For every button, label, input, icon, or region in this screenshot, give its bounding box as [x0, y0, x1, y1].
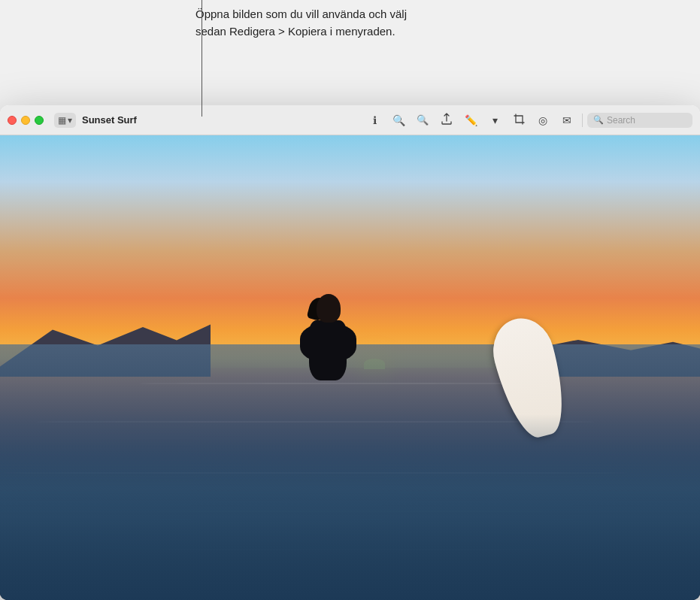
tooltip-callout: Öppna bilden som du vill använda och väl…	[195, 0, 436, 46]
zoom-out-icon: 🔍	[417, 114, 429, 126]
location-icon: ◎	[538, 114, 547, 126]
annotation-line	[202, 0, 202, 117]
maximize-button[interactable]	[35, 116, 44, 125]
sidebar-toggle-button[interactable]: ▦ ▾	[54, 113, 76, 128]
share-button[interactable]	[436, 111, 457, 130]
photo-display	[0, 135, 700, 600]
annotate-icon: ✏️	[465, 114, 477, 126]
titlebar: ▦ ▾ Sunset Surf ℹ 🔍 🔍	[0, 105, 700, 135]
sidebar-icon: ▦	[58, 115, 66, 126]
app-window: ▦ ▾ Sunset Surf ℹ 🔍 🔍	[0, 105, 700, 600]
surfer-head	[317, 294, 341, 323]
zoom-in-button[interactable]: 🔍	[388, 111, 409, 130]
mail-icon: ✉	[562, 114, 571, 126]
foreground-water	[0, 438, 700, 600]
search-field: 🔍	[587, 113, 692, 128]
toolbar-divider	[582, 114, 583, 127]
window-title: Sunset Surf	[82, 114, 137, 126]
chevron-down-icon: ▾	[68, 115, 72, 126]
zoom-out-button[interactable]: 🔍	[412, 111, 433, 130]
toolbar-buttons: ℹ 🔍 🔍 ✏️ ▾	[364, 111, 692, 130]
zoom-in-icon: 🔍	[392, 114, 405, 126]
tooltip-text-content: Öppna bilden som du vill använda och väl…	[195, 8, 407, 38]
info-button[interactable]: ℹ	[364, 111, 385, 130]
traffic-lights	[8, 116, 44, 125]
info-icon: ℹ	[373, 114, 377, 126]
surfer-body	[309, 320, 347, 380]
search-icon: 🔍	[593, 115, 604, 125]
minimize-button[interactable]	[21, 116, 30, 125]
content-area	[0, 135, 700, 600]
crop-icon	[514, 114, 525, 127]
close-button[interactable]	[8, 116, 17, 125]
crop-button[interactable]	[508, 111, 529, 130]
annotate-dropdown-button[interactable]: ▾	[484, 111, 505, 130]
surfer-figure	[294, 294, 362, 414]
mail-button[interactable]: ✉	[556, 111, 577, 130]
share-icon	[441, 113, 452, 127]
annotate-button[interactable]: ✏️	[460, 111, 481, 130]
location-button[interactable]: ◎	[532, 111, 553, 130]
chevron-down-icon: ▾	[492, 114, 498, 126]
search-input[interactable]	[607, 115, 686, 126]
